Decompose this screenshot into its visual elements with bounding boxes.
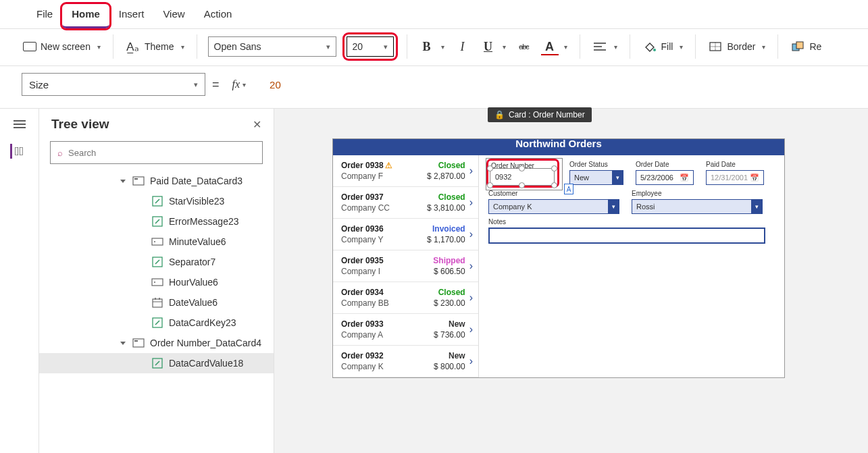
selection-badge: 🔒 Card : Order Number [488,107,592,122]
tree-view-pane: Tree view ✕ ⌕ Search Paid Date_DataCard3… [39,109,274,453]
order-date-input[interactable]: 5/23/2006 📅 [636,170,694,185]
order-gallery[interactable]: Order 0938⚠Company FClosed$ 2,870.00›Ord… [333,155,479,377]
fx-button[interactable]: fx ▾ [226,78,253,91]
status-label: New [449,351,465,361]
chevron-down-icon: ▾ [194,80,198,89]
order-status-select[interactable]: New ▾ [569,170,623,185]
italic-icon: I [455,39,470,54]
date-icon [151,296,163,309]
gallery-item[interactable]: Order 0933Company ANew$ 736.00› [333,314,478,346]
reorder-button[interactable]: Re [789,36,823,57]
gallery-item[interactable]: Order 0937Company CCClosed$ 3,810.00› [333,187,478,219]
fill-button[interactable]: Fill [641,36,685,57]
tree-item[interactable]: ErrorMessage23 [39,211,274,232]
tree-item[interactable]: Separator7 [39,252,274,272]
gallery-item[interactable]: Order 0932Company KNew$ 800.00› [333,346,478,377]
font-color-button[interactable]: A [541,36,569,57]
tree-item-label: StarVisible23 [169,196,224,207]
order-title: Order 0932 [341,351,384,361]
canvas[interactable]: 🔒 Card : Order Number Northwind Orders O… [274,109,868,453]
chevron-down-icon: ▾ [751,200,762,213]
amount-label: $ 1,170.00 [427,235,465,244]
strike-button[interactable]: abc [515,36,533,57]
company-name: Company K [341,362,384,371]
employee-select[interactable]: Rossi ▾ [632,199,763,214]
theme-button[interactable]: A̲ₐ Theme [124,36,186,57]
tree-item[interactable]: Paid Date_DataCard3 [39,171,274,191]
amount-label: $ 3,810.00 [427,203,465,213]
equals-sign: = [212,78,220,92]
font-family-select[interactable]: Open Sans ▾ [208,36,336,57]
lock-icon: 🔒 [494,110,505,119]
close-icon[interactable]: ✕ [253,118,261,131]
menu-view[interactable]: View [153,4,194,28]
employee-value: Rossi [636,203,655,211]
selection-a-handle[interactable]: A [564,184,573,194]
collapse-icon[interactable] [120,342,126,345]
new-screen-button[interactable]: New screen [22,38,102,55]
order-status-value: New [574,174,589,182]
tree-item[interactable]: Order Number_DataCard4 [39,333,274,353]
collapse-icon[interactable] [120,180,126,183]
search-icon: ⌕ [57,148,63,158]
tree-item[interactable]: DataCardValue18 [39,353,274,373]
layers-icon: ☰⃞ [15,144,24,159]
card-icon [132,175,145,187]
menu-home[interactable]: Home [62,4,109,28]
align-button[interactable] [591,36,619,57]
edit-icon [151,317,163,329]
italic-button[interactable]: I [454,36,471,57]
tree-item[interactable]: StarVisible23 [39,191,274,211]
border-label: Border [727,41,755,52]
left-rail: ☰⃞ [0,109,39,453]
chevron-down-icon: ▾ [384,43,388,51]
gallery-item[interactable]: Order 0935Company IShipped$ 606.50› [333,250,478,282]
font-size-select[interactable]: 20 ▾ [347,36,394,57]
gallery-item[interactable]: Order 0934Company BBClosed$ 230.00› [333,282,478,314]
tree-item[interactable]: HourValue6 [39,272,274,292]
order-date-label: Order Date [636,161,694,168]
chevron-right-icon: › [469,323,473,336]
border-icon [708,39,723,54]
bold-button[interactable]: B [418,36,446,57]
customer-select[interactable]: Company K ▾ [488,199,619,214]
search-placeholder: Search [68,148,96,158]
tree-item-label: DateValue6 [169,297,218,308]
tree-item[interactable]: DataCardKey23 [39,313,274,333]
svg-point-20 [154,282,155,283]
edit-icon [151,256,163,268]
input-icon [151,236,163,248]
property-select[interactable]: Size ▾ [22,73,205,96]
tree-item-label: HourValue6 [169,277,218,288]
formula-value[interactable]: 20 [259,79,281,90]
underline-button[interactable]: U [480,36,507,57]
svg-rect-21 [153,299,162,307]
paid-date-input[interactable]: 12/31/2001 📅 [706,170,764,185]
order-title: Order 0938 [341,161,384,170]
fx-icon: fx [232,78,240,90]
menu-action[interactable]: Action [195,4,242,28]
edit-icon [151,357,163,369]
fill-label: Fill [661,41,673,52]
calendar-icon: 📅 [750,174,759,182]
edit-form: Order Number 0932 [479,155,784,377]
app-preview: Northwind Orders Order 0938⚠Company FClo… [332,138,785,378]
amount-label: $ 2,870.00 [427,171,465,181]
input-icon [151,276,163,288]
hamburger-icon[interactable] [12,117,27,132]
menu-file[interactable]: File [27,4,62,28]
tree-item[interactable]: DateValue6 [39,292,274,313]
chevron-right-icon: › [469,165,473,177]
tree-search-input[interactable]: ⌕ Search [50,141,263,164]
border-button[interactable]: Border [707,36,767,57]
notes-input[interactable] [488,228,765,244]
customer-value: Company K [493,203,532,211]
tree-item-label: Paid Date_DataCard3 [150,176,242,186]
order-date-value: 5/23/2006 [640,174,673,182]
gallery-item[interactable]: Order 0936Company YInvoiced$ 1,170.00› [333,219,478,250]
gallery-item[interactable]: Order 0938⚠Company FClosed$ 2,870.00› [333,155,478,187]
tree-item[interactable]: MinuteValue6 [39,232,274,252]
order-title: Order 0934 [341,288,384,297]
menu-insert[interactable]: Insert [109,4,154,28]
tree-view-rail-icon[interactable]: ☰⃞ [10,144,25,159]
